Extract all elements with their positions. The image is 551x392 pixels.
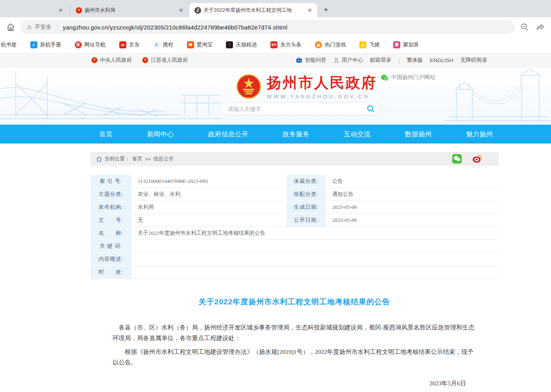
gov-top-bar: 中央人民政府 江苏省人民政府 智能问答 用户中心 邮箱登录 | 繁体版 xyxy=(0,53,551,68)
main-nav: 首页 新闻中心 政府信息公开 政务服务 互动交流 数据扬州 魅力扬州 xyxy=(0,125,551,144)
bookmark-label: 飞猪 xyxy=(369,41,380,48)
bookmark-taobao[interactable]: 淘 爱淘宝 xyxy=(183,41,217,48)
search-icon[interactable] xyxy=(366,105,375,113)
nav-site-icon: 导 xyxy=(75,41,82,48)
jd-icon: JD xyxy=(119,41,126,48)
nav-item-news[interactable]: 新闻中心 xyxy=(147,130,174,139)
bookmark-label: 携程 xyxy=(163,41,174,48)
bookmark-label: 机书签 xyxy=(1,41,17,48)
link-jiangsu-gov[interactable]: 江苏省人民政府 xyxy=(142,57,188,64)
link-label: 无障碍阅读 xyxy=(460,57,487,64)
close-icon[interactable]: ✕ xyxy=(57,7,64,13)
header-bridge-art-left xyxy=(0,68,220,125)
link-label: 用户中心 xyxy=(342,57,363,64)
browser-address-bar: ⚠ 不安全 yangzhou.gov.cn/yzszxxgk/slj/20230… xyxy=(0,17,551,37)
bookmark-label: 京东 xyxy=(129,41,140,48)
bookmark-label: 网址导航 xyxy=(85,41,106,48)
nav-item-charm[interactable]: 魅力扬州 xyxy=(466,130,493,139)
omnibox[interactable]: ⚠ 不安全 yangzhou.gov.cn/yzszxxgk/slj/20230… xyxy=(20,20,515,34)
bookmark-juhuasuan[interactable]: 聚 聚划算 xyxy=(389,41,423,48)
robot-icon xyxy=(296,57,303,63)
bookmark-label: 新机手册 xyxy=(40,41,61,48)
bookmark-label: 爱淘宝 xyxy=(197,41,213,48)
site-logo[interactable]: 扬州市人民政府 WWW.YANGZHOU.GOV.CN xyxy=(236,73,377,99)
link-central-gov[interactable]: 中央人民政府 xyxy=(91,57,132,64)
security-label[interactable]: 不安全 xyxy=(35,24,52,31)
bookmark-manual[interactable]: ≡ 新机手册 xyxy=(26,41,65,48)
meta-value-topic: 农业、林业、水利 xyxy=(131,188,287,201)
meta-label-agency: 发布机构: xyxy=(91,201,131,214)
bookmark-dongfang[interactable]: 东方 东方头条 xyxy=(266,41,305,48)
meta-value-validity xyxy=(131,266,498,279)
link-user-center[interactable]: 用户中心 xyxy=(333,57,363,64)
games-icon: ▦ xyxy=(315,41,322,48)
bookmark-games[interactable]: ▦ 热门游戏 xyxy=(311,41,350,48)
browser-tab-bar: ✕ ★ 扬州市水利局 ✕ Z 关于2022年度扬州市水利工程文明工地 ✕ + xyxy=(0,0,551,17)
link-accessibility[interactable]: 无障碍阅读 xyxy=(460,57,487,64)
close-icon[interactable]: ✕ xyxy=(306,7,313,13)
tab-active-announcement[interactable]: Z 关于2022年度扬州市水利工程文明工地 ✕ xyxy=(189,3,317,17)
tab-title: 扬州市水利局 xyxy=(85,7,175,14)
meta-label-keywords: 关 键 词: xyxy=(91,240,131,253)
breadcrumb-home-link[interactable]: 首页 xyxy=(132,155,142,162)
home-icon[interactable] xyxy=(6,23,15,31)
ctrip-dolphin-icon: C xyxy=(153,41,160,48)
nav-item-info-disclosure[interactable]: 政府信息公开 xyxy=(208,130,248,139)
meta-label-genre: 体裁分类: xyxy=(287,175,326,188)
breadcrumb-home-icon xyxy=(96,156,102,162)
fliggy-pig-icon: ω xyxy=(359,41,366,48)
tab-title: 关于2022年度扬州市水利工程文明工地 xyxy=(203,7,304,14)
table-row: 时 效: xyxy=(91,266,498,279)
share-icon[interactable] xyxy=(536,23,545,31)
link-traditional[interactable]: 繁体版 xyxy=(407,57,423,64)
bookmark-fliggy[interactable]: ω 飞猪 xyxy=(355,41,384,48)
tab-cutoff[interactable]: ✕ xyxy=(0,3,70,17)
nav-item-interaction[interactable]: 互动交流 xyxy=(344,130,370,139)
article-title: 关于2022年度扬州市水利工程文明工地考核结果的公告 xyxy=(113,297,476,307)
breadcrumb-separator: >> xyxy=(145,156,151,162)
breadcrumb-section-link[interactable]: 信息公开 xyxy=(153,155,174,162)
meta-value-summary xyxy=(131,253,498,266)
bookmark-label: 天猫精选 xyxy=(236,41,257,48)
content-container: 当前位置： 首页 >> 信息公开 索 引 号: 1132100001440709… xyxy=(91,152,498,392)
dongfang-icon: 东方 xyxy=(270,41,277,48)
bookmark-label: 聚划算 xyxy=(403,41,419,48)
url-text[interactable]: yangzhou.gov.cn/yzszxxgk/slj/202305/210c… xyxy=(63,24,288,31)
bookmark-jd[interactable]: JD 京东 xyxy=(115,41,144,48)
bookmark-ctrip[interactable]: C 携程 xyxy=(149,41,178,48)
spacer xyxy=(0,144,551,152)
close-icon[interactable]: ✕ xyxy=(178,7,185,13)
new-tab-button[interactable]: + xyxy=(320,4,331,15)
bookmark-label: 热门游戏 xyxy=(325,41,346,48)
meta-value-agency: 水利局 xyxy=(131,201,287,214)
bookmark-nav-site[interactable]: 导 网址导航 xyxy=(71,41,110,48)
weibo-share-icon[interactable] xyxy=(472,154,482,164)
meta-value-published: 2023-05-06 xyxy=(326,214,498,227)
zoom-out-icon[interactable] xyxy=(520,23,529,31)
nav-item-data[interactable]: 数据扬州 xyxy=(405,130,432,139)
site-search[interactable] xyxy=(220,102,380,115)
wechat-share-icon[interactable] xyxy=(452,154,462,164)
bookmark-tmall[interactable]: T 天猫精选 xyxy=(222,41,261,48)
bookmark-phone-cutoff[interactable]: 机书签 xyxy=(1,41,21,48)
table-row: 主题分类: 农业、林业、水利 组配分类: 通知公告 xyxy=(91,188,498,201)
meta-label-summary: 内容概述: xyxy=(91,253,131,266)
link-mail-login[interactable]: 邮箱登录 xyxy=(370,57,391,64)
nav-item-services[interactable]: 政务服务 xyxy=(283,130,309,139)
gov-emblem-icon xyxy=(91,57,98,63)
nav-item-home[interactable]: 首页 xyxy=(99,130,113,139)
link-label: 江苏省人民政府 xyxy=(151,57,188,64)
divider: | xyxy=(398,57,400,63)
search-input[interactable] xyxy=(228,106,366,112)
table-row: 索 引 号: 11321000014407098E-2023-095 体裁分类:… xyxy=(91,175,498,188)
link-english[interactable]: ENGLISH xyxy=(430,57,453,63)
document-metadata-table: 索 引 号: 11321000014407098E-2023-095 体裁分类:… xyxy=(91,175,498,279)
link-smart-qa[interactable]: 智能问答 xyxy=(296,57,326,64)
portal-link[interactable]: 中国扬州门户网站 xyxy=(381,74,435,81)
site-name: 扬州市人民政府 xyxy=(267,73,377,93)
bookmarks-bar: 机书签 ≡ 新机手册 导 网址导航 JD 京东 C 携程 淘 爱淘宝 T 天猫精… xyxy=(0,37,551,53)
taobao-icon: 淘 xyxy=(187,41,194,48)
tab-yangzhou-water-bureau[interactable]: ★ 扬州市水利局 ✕ xyxy=(70,3,189,17)
table-row: 发布机构: 水利局 生成日期: 2023-05-06 xyxy=(91,201,498,214)
article-date: 2023年5月6日 xyxy=(113,379,476,388)
